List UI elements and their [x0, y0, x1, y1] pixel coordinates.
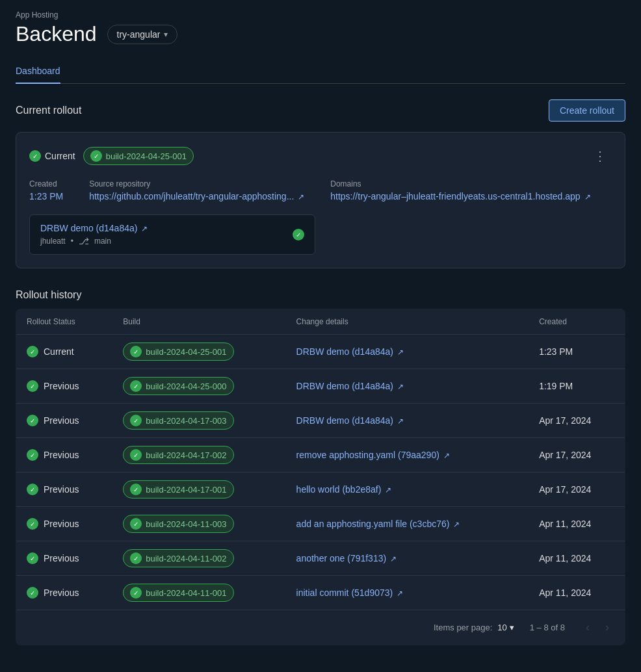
status-label: Previous: [44, 484, 79, 495]
change-link[interactable]: hello world (bb2e8af) ↗: [296, 484, 392, 495]
items-per-page: Items per page: 10 ▾: [434, 623, 514, 632]
table-row: Previous build-2024-04-17-003 DRBW demo …: [16, 404, 625, 438]
rollout-status-cell: Previous: [27, 484, 102, 495]
change-external-icon: ↗: [453, 520, 460, 529]
commit-author: jhuleatt: [40, 237, 66, 246]
change-link[interactable]: DRBW demo (d14a84a) ↗: [296, 346, 404, 357]
build-value: build-2024-04-11-002: [146, 554, 226, 563]
domains-label: Domains: [330, 179, 590, 188]
commit-link[interactable]: DRBW demo (d14a84a) ↗: [40, 223, 148, 233]
commit-check-icon: [293, 229, 304, 240]
rollout-status-cell: Previous: [27, 518, 102, 530]
build-badge: build-2024-04-25-001: [83, 147, 194, 165]
change-link[interactable]: DRBW demo (d14a84a) ↗: [296, 381, 404, 391]
commit-box: DRBW demo (d14a84a) ↗ jhuleatt • ⎇ main: [29, 214, 315, 255]
prev-page-button[interactable]: ‹: [581, 618, 595, 637]
table-row: Previous build-2024-04-17-002 remove app…: [16, 438, 625, 472]
change-link[interactable]: add an apphosting.yaml file (c3cbc76) ↗: [296, 519, 460, 529]
created-cell: Apr 11, 2024: [529, 507, 625, 541]
more-options-button[interactable]: ⋮: [588, 146, 612, 166]
rollout-status-cell: Previous: [27, 415, 102, 426]
table-body: Current build-2024-04-25-001 DRBW demo (…: [16, 335, 625, 610]
build-cell: build-2024-04-11-001: [112, 576, 285, 610]
change-cell: initial commit (51d9073) ↗: [286, 576, 529, 610]
source-repo-link[interactable]: https://github.com/jhuleatt/try-angular-…: [89, 191, 304, 201]
status-label: Previous: [44, 450, 79, 460]
build-cell: build-2024-04-17-001: [112, 472, 285, 507]
change-link[interactable]: remove apphosting.yaml (79aa290) ↗: [296, 450, 450, 460]
domains-link[interactable]: https://try-angular–jhuleatt-friendlyeat…: [330, 191, 590, 201]
backend-selector[interactable]: try-angular ▾: [107, 25, 178, 44]
current-rollout-title: Current rollout: [16, 105, 81, 116]
build-badge-cell: build-2024-04-11-001: [123, 584, 233, 602]
created-cell: 1:19 PM: [529, 369, 625, 404]
current-status-badge: Current: [29, 150, 75, 162]
build-cell-check-icon: [130, 484, 142, 495]
build-value: build-2024-04-17-002: [146, 450, 226, 460]
change-external-icon: ↗: [397, 382, 404, 391]
created-cell: Apr 17, 2024: [529, 404, 625, 438]
next-page-button[interactable]: ›: [600, 618, 614, 637]
change-cell: another one (791f313) ↗: [286, 541, 529, 576]
build-value: build-2024-04-25-000: [146, 381, 226, 391]
green-check-icon: [29, 150, 41, 162]
build-cell-check-icon: [130, 518, 142, 530]
change-cell: hello world (bb2e8af) ↗: [286, 472, 529, 507]
create-rollout-button[interactable]: Create rollout: [549, 99, 625, 122]
build-cell: build-2024-04-17-002: [112, 438, 285, 472]
created-cell: Apr 17, 2024: [529, 438, 625, 472]
status-cell: Previous: [16, 472, 113, 507]
rollout-status-cell: Current: [27, 346, 102, 357]
card-details: Created 1:23 PM Source repository https:…: [29, 179, 612, 201]
status-label: Previous: [44, 381, 79, 391]
table-row: Previous build-2024-04-11-003 add an app…: [16, 507, 625, 541]
build-value: build-2024-04-17-001: [146, 485, 226, 495]
per-page-chevron-icon: ▾: [510, 623, 514, 632]
col-build: Build: [112, 309, 285, 335]
app-hosting-label: App Hosting: [16, 10, 625, 19]
build-cell: build-2024-04-25-000: [112, 369, 285, 404]
pagination-row: Items per page: 10 ▾ 1 – 8 of 8 ‹ ›: [16, 610, 625, 645]
build-cell-check-icon: [130, 552, 142, 564]
build-badge-cell: build-2024-04-17-003: [123, 411, 233, 430]
status-cell: Previous: [16, 369, 113, 404]
status-check-icon: [27, 380, 38, 392]
build-badge-cell: build-2024-04-25-001: [123, 342, 233, 361]
backend-title: Backend: [16, 22, 97, 46]
card-top-row: Current build-2024-04-25-001 ⋮: [29, 146, 612, 166]
commit-meta: jhuleatt • ⎇ main: [40, 236, 148, 246]
rollout-status-cell: Previous: [27, 587, 102, 599]
change-link[interactable]: initial commit (51d9073) ↗: [296, 588, 404, 598]
per-page-value: 10: [497, 623, 506, 632]
status-check-icon: [27, 587, 38, 599]
commit-external-icon: ↗: [141, 224, 148, 233]
created-cell: Apr 17, 2024: [529, 472, 625, 507]
change-link[interactable]: DRBW demo (d14a84a) ↗: [296, 415, 404, 426]
created-group: Created 1:23 PM: [29, 179, 63, 201]
created-cell: Apr 11, 2024: [529, 541, 625, 576]
per-page-select[interactable]: 10 ▾: [497, 623, 514, 632]
build-cell-check-icon: [130, 380, 142, 392]
selector-value: try-angular: [117, 29, 161, 40]
rollout-history-table: Rollout Status Build Change details Crea…: [16, 309, 625, 645]
chevron-down-icon: ▾: [164, 30, 168, 39]
status-cell: Previous: [16, 576, 113, 610]
commit-info: DRBW demo (d14a84a) ↗ jhuleatt • ⎇ main: [40, 223, 148, 246]
created-value: 1:23 PM: [29, 191, 63, 201]
change-cell: DRBW demo (d14a84a) ↗: [286, 335, 529, 369]
change-external-icon: ↗: [397, 417, 404, 426]
build-cell-check-icon: [130, 346, 142, 357]
table-header-row: Rollout Status Build Change details Crea…: [16, 309, 625, 335]
change-cell: DRBW demo (d14a84a) ↗: [286, 369, 529, 404]
build-cell: build-2024-04-11-003: [112, 507, 285, 541]
domains-group: Domains https://try-angular–jhuleatt-fri…: [330, 179, 590, 201]
status-label: Previous: [44, 415, 79, 426]
tab-dashboard[interactable]: Dashboard: [16, 59, 60, 84]
pagination-container: Items per page: 10 ▾ 1 – 8 of 8 ‹ ›: [16, 610, 625, 645]
build-cell: build-2024-04-17-003: [112, 404, 285, 438]
change-link[interactable]: another one (791f313) ↗: [296, 553, 397, 563]
status-check-icon: [27, 415, 38, 426]
current-rollout-card: Current build-2024-04-25-001 ⋮ Created 1…: [16, 132, 625, 268]
external-link-icon-2: ↗: [584, 192, 591, 201]
status-check-icon: [27, 484, 38, 495]
